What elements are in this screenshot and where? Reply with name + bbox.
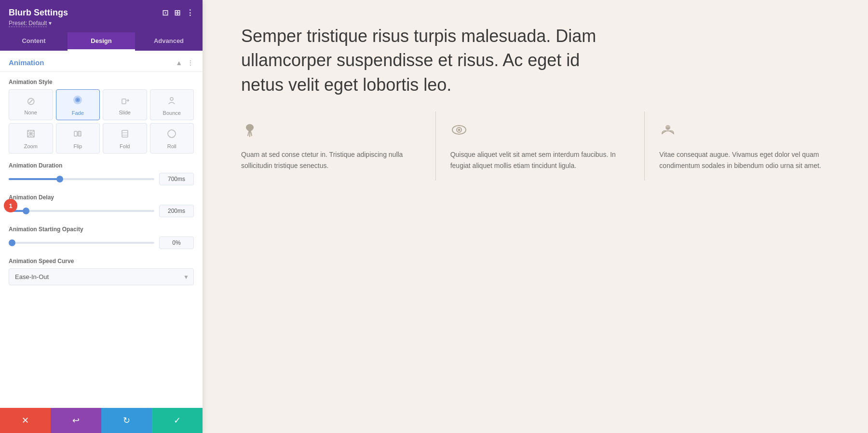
save-icon: ✓: [174, 415, 181, 426]
bounce-label: Bounce: [163, 110, 181, 116]
svg-rect-3: [122, 99, 126, 104]
panel-header: Blurb Settings ⊡ ⊞ ⋮ Preset: Default ▾: [0, 0, 203, 32]
preset-selector[interactable]: Preset: Default ▾: [9, 20, 194, 27]
roll-label: Roll: [167, 143, 176, 149]
tab-content[interactable]: Content: [0, 32, 68, 51]
flip-icon: [72, 128, 83, 141]
tab-advanced[interactable]: Advanced: [135, 32, 203, 51]
speed-curve-dropdown-wrap: Ease Ease-In Ease-Out Ease-In-Out Linear…: [9, 268, 194, 285]
undo-icon: ↩: [72, 415, 80, 426]
card-1-icon: [241, 121, 421, 142]
slide-label: Slide: [119, 110, 131, 115]
cards-row: Quam at sed conse ctetur in. Tristique a…: [241, 112, 839, 181]
fold-label: Fold: [120, 143, 130, 149]
zoom-label: Zoom: [24, 143, 38, 149]
svg-point-19: [458, 129, 460, 131]
animation-delay-field: 1 Animation Delay: [9, 194, 194, 217]
svg-rect-11: [74, 131, 77, 136]
flip-label: Flip: [73, 143, 82, 149]
bounce-icon: [166, 95, 177, 108]
expand-icon[interactable]: ⊡: [162, 8, 168, 17]
anim-slide[interactable]: Slide: [103, 89, 147, 120]
hero-text: Semper tristique risus turpis malesuada.…: [241, 24, 617, 97]
tab-design[interactable]: Design: [68, 32, 135, 51]
card-2-text: Quisque aliquet velit sit amet sem inter…: [450, 149, 630, 171]
svg-point-2: [77, 99, 79, 101]
settings-panel: Blurb Settings ⊡ ⊞ ⋮ Preset: Default ▾ C…: [0, 0, 203, 433]
animation-duration-slider-row: [9, 173, 194, 185]
card-3-icon: [659, 121, 839, 142]
step-badge: 1: [4, 199, 17, 212]
fade-label: Fade: [72, 110, 84, 116]
animation-section-title: Animation: [9, 58, 44, 67]
redo-icon: ↻: [123, 415, 130, 426]
roll-icon: [166, 128, 177, 141]
delay-value[interactable]: [159, 205, 194, 217]
delay-thumb[interactable]: [23, 208, 29, 214]
svg-rect-13: [122, 130, 128, 137]
animation-opacity-slider-row: [9, 237, 194, 249]
none-label: None: [25, 110, 37, 115]
animation-section-header: Animation ▲ ⋮: [0, 51, 203, 72]
save-button[interactable]: ✓: [152, 408, 203, 433]
panel-tabs: Content Design Advanced: [0, 32, 203, 51]
animation-duration-field: Animation Duration: [9, 162, 194, 185]
animation-speed-field: Animation Speed Curve Ease Ease-In Ease-…: [9, 258, 194, 285]
cancel-icon: ✕: [22, 415, 29, 426]
fade-icon: [72, 95, 83, 108]
section-icons: ▲ ⋮: [176, 59, 194, 67]
card-3-text: Vitae consequat augue. Vivamus eget dolo…: [659, 149, 839, 171]
undo-button[interactable]: ↩: [51, 408, 101, 433]
anim-bounce[interactable]: Bounce: [150, 89, 194, 120]
anim-none[interactable]: ⊘ None: [9, 89, 53, 120]
duration-fill: [9, 178, 60, 180]
fold-icon: [120, 128, 130, 141]
columns-icon[interactable]: ⊞: [174, 8, 180, 17]
card-1: Quam at sed conse ctetur in. Tristique a…: [241, 112, 436, 181]
opacity-thumb[interactable]: [9, 239, 15, 246]
anim-fold[interactable]: Fold: [103, 123, 147, 154]
redo-button[interactable]: ↻: [101, 408, 152, 433]
animation-delay-slider-row: [9, 205, 194, 217]
animation-style-label: Animation Style: [9, 79, 194, 85]
anim-zoom[interactable]: Zoom: [9, 123, 53, 154]
panel-body: Animation ▲ ⋮ Animation Style ⊘ None: [0, 51, 203, 408]
section-menu-icon[interactable]: ⋮: [187, 59, 194, 67]
card-2-icon: [450, 121, 630, 142]
opacity-value[interactable]: [159, 237, 194, 249]
duration-track[interactable]: [9, 178, 154, 180]
animation-delay-label: Animation Delay: [9, 194, 194, 201]
card-2: Quisque aliquet velit sit amet sem inter…: [436, 112, 645, 181]
anim-flip[interactable]: Flip: [56, 123, 100, 154]
animation-opacity-label: Animation Starting Opacity: [9, 226, 194, 233]
speed-curve-select[interactable]: Ease Ease-In Ease-Out Ease-In-Out Linear: [9, 268, 194, 285]
animation-section-content: Animation Style ⊘ None: [0, 72, 203, 301]
svg-point-16: [168, 130, 176, 138]
card-1-text: Quam at sed conse ctetur in. Tristique a…: [241, 149, 421, 171]
opacity-track[interactable]: [9, 242, 154, 244]
animation-speed-label: Animation Speed Curve: [9, 258, 194, 265]
duration-thumb[interactable]: [56, 176, 63, 182]
duration-value[interactable]: [159, 173, 194, 185]
svg-rect-12: [78, 131, 81, 136]
anim-fade[interactable]: Fade: [56, 89, 100, 120]
main-content: Semper tristique risus turpis malesuada.…: [203, 0, 868, 433]
collapse-icon[interactable]: ▲: [176, 59, 182, 67]
delay-track[interactable]: [9, 210, 154, 212]
preset-label: Preset: Default: [9, 20, 47, 27]
animation-duration-label: Animation Duration: [9, 162, 194, 169]
more-icon[interactable]: ⋮: [186, 8, 194, 17]
panel-title-row: Blurb Settings ⊡ ⊞ ⋮: [9, 8, 194, 18]
anim-roll[interactable]: Roll: [150, 123, 194, 154]
slide-icon: [120, 95, 130, 108]
zoom-icon: [26, 128, 36, 141]
none-icon: ⊘: [27, 95, 35, 108]
panel-title-icons: ⊡ ⊞ ⋮: [162, 8, 194, 17]
animation-style-grid: ⊘ None Fade: [9, 89, 194, 154]
cancel-button[interactable]: ✕: [0, 408, 51, 433]
card-3: Vitae consequat augue. Vivamus eget dolo…: [645, 112, 839, 181]
svg-point-5: [170, 98, 173, 100]
panel-title-text: Blurb Settings: [9, 8, 68, 18]
animation-opacity-field: Animation Starting Opacity: [9, 226, 194, 249]
animation-style-field: Animation Style ⊘ None: [9, 79, 194, 154]
